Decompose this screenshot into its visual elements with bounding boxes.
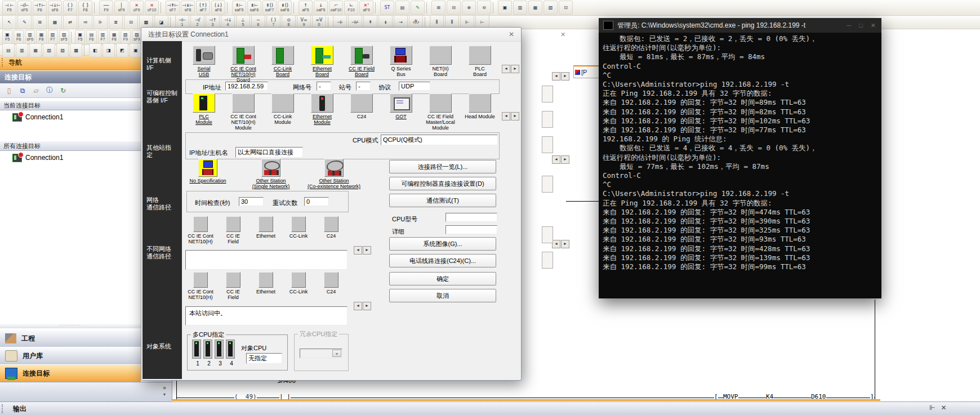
- toolbar-icon[interactable]: [375, 2, 378, 14]
- cmd-console[interactable]: 数据包: 已发送 = 2，已接收 = 2，丢失 = 0 (0% 丢失)，往返行程…: [599, 33, 881, 298]
- toolbar-icon[interactable]: ⊕: [462, 1, 476, 15]
- scroll-right-icon[interactable]: ►: [561, 155, 569, 164]
- scroll-left-icon[interactable]: ◄: [552, 155, 560, 164]
- toolbar-icon[interactable]: ⊣↡⊢ sF8: [181, 1, 195, 15]
- toolbar-icon[interactable]: ∟ F10: [344, 1, 358, 15]
- toolbar-icon[interactable]: [426, 2, 430, 14]
- toolbar-icon[interactable]: ◧: [89, 43, 101, 57]
- connection-item-all[interactable]: Connection1: [0, 152, 141, 163]
- scroll-left-icon[interactable]: ◄: [552, 72, 560, 81]
- toolbar-icon[interactable]: [227, 2, 230, 14]
- sidebar-item-user-library[interactable]: 用户库: [0, 347, 141, 365]
- toolbar-icon[interactable]: ⊣/⊢ sF5: [17, 1, 32, 15]
- panel-splitter[interactable]: ·········: [0, 323, 141, 328]
- toolbar-icon[interactable]: ▤ F6: [86, 30, 96, 44]
- toolbar-icon[interactable]: [493, 2, 496, 14]
- cmd-titlebar[interactable]: 管理员: C:\Windows\system32\cmd.exe - ping …: [599, 18, 881, 33]
- toolbar-icon[interactable]: ⇄: [63, 15, 77, 29]
- toolbar-icon[interactable]: [94, 2, 97, 14]
- panel-tool-icon[interactable]: ▱: [29, 84, 43, 97]
- network-module-option[interactable]: Ethernet: [250, 272, 282, 300]
- interface-option[interactable]: Serial USB: [184, 46, 224, 83]
- sidebar-item-project[interactable]: 工程: [0, 329, 141, 347]
- network-module-option[interactable]: Ethernet: [250, 216, 282, 244]
- scroll-left-icon[interactable]: ◄: [354, 302, 362, 310]
- station-no-field[interactable]: -: [356, 82, 371, 91]
- toolbar-icon[interactable]: ▤: [2, 43, 15, 57]
- network-module-option[interactable]: CC IE Field: [217, 216, 250, 244]
- panel-tool-icon[interactable]: ⧉: [16, 84, 29, 97]
- toolbar-icon[interactable]: ▧ F9: [121, 30, 131, 44]
- station-option[interactable]: Other Station (Co-existence Network): [302, 159, 366, 189]
- station-option[interactable]: Other Station (Single Network): [239, 159, 302, 189]
- toolbar-icon[interactable]: ▤ F6: [14, 30, 24, 44]
- toolbar-icon[interactable]: [328, 17, 331, 28]
- scroll-left-icon[interactable]: ◄: [354, 246, 362, 255]
- toolbar-icon[interactable]: ▣: [498, 1, 512, 15]
- toolbar-icon[interactable]: ⊣↑⊢ F6: [33, 1, 47, 15]
- network-module-option[interactable]: CC IE Field: [217, 272, 250, 300]
- interface-option[interactable]: Ethernet Board: [302, 46, 342, 83]
- scroll-right-icon[interactable]: ►: [561, 72, 569, 81]
- station-option[interactable]: No Specification: [176, 159, 239, 189]
- toolbar-icon[interactable]: ✕ cF9: [130, 1, 144, 15]
- toolbar-icon[interactable]: ✕ cF10: [145, 1, 159, 15]
- toolbar-icon[interactable]: [425, 17, 428, 28]
- scroll-right-icon[interactable]: ►: [511, 112, 519, 121]
- close-icon[interactable]: ✕: [871, 22, 876, 29]
- cancel-button[interactable]: 取消: [389, 289, 496, 302]
- panel-tool-icon[interactable]: ▯: [2, 84, 16, 97]
- hostname-field[interactable]: 以太网端口直接连接: [235, 147, 303, 158]
- network-module-option[interactable]: CC-Link: [282, 272, 315, 300]
- scroll-left-icon[interactable]: ◄: [502, 65, 510, 73]
- network-path-listbox[interactable]: [185, 250, 348, 270]
- toolbar-icon[interactable]: ▥: [16, 43, 28, 57]
- toolbar-icon[interactable]: ▩: [70, 43, 82, 57]
- protocol-field[interactable]: UDP: [399, 82, 430, 91]
- toolbar-icon[interactable]: ↓ caF5: [314, 1, 328, 15]
- toolbar-icon[interactable]: ⇞⊢ saF5: [232, 1, 246, 15]
- scroll-right-icon[interactable]: ►: [363, 302, 371, 310]
- toolbar-icon[interactable]: ▧: [43, 43, 55, 57]
- scroll-right-icon[interactable]: ►: [561, 240, 569, 248]
- connection-channel-list-button[interactable]: 连接路径一览(L)...: [389, 160, 496, 173]
- toolbar-icon[interactable]: ⊣↟⊢ sF7: [166, 1, 180, 15]
- cpu4-icon[interactable]: [226, 340, 235, 359]
- network-module-option[interactable]: C24: [315, 272, 348, 300]
- toolbar-icon[interactable]: [84, 44, 87, 56]
- dialog-close-icon[interactable]: ✕: [509, 30, 514, 38]
- sidebar-item-connection-destination[interactable]: 连接目标: [0, 364, 141, 382]
- toolbar-icon[interactable]: ▤: [395, 1, 409, 15]
- toolbar-icon[interactable]: ≣: [109, 15, 123, 29]
- minimize-icon[interactable]: ─: [847, 22, 851, 29]
- toolbar-icon[interactable]: ◩: [116, 43, 128, 57]
- toolbar-icon[interactable]: ≔: [78, 15, 92, 29]
- toolbar-icon[interactable]: [71, 32, 74, 43]
- interface-option[interactable]: PLC Module: [184, 93, 224, 131]
- toolbar-icon[interactable]: ▨ sF5: [59, 30, 69, 44]
- panel-tool-icon[interactable]: ⓘ: [43, 84, 56, 97]
- toolbar-icon[interactable]: { } F8: [78, 1, 92, 15]
- network-module-option[interactable]: CC-Link: [282, 216, 315, 244]
- toolbar-icon[interactable]: ▥ sF6: [25, 30, 35, 44]
- toolbar-icon[interactable]: ⊞: [33, 15, 47, 29]
- toolbar-icon[interactable]: ⌐ caF10: [329, 1, 343, 15]
- network-module-option[interactable]: C24: [315, 216, 348, 244]
- communication-test-button[interactable]: 通信测试(T): [389, 194, 496, 207]
- toolbar-icon[interactable]: ⊣↓⊢ sF6: [48, 1, 62, 15]
- toolbar-icon[interactable]: ▦: [528, 1, 542, 15]
- more-buttons-chevron[interactable]: » ▼: [159, 385, 170, 399]
- direct-connection-settings-button[interactable]: 可编程控制器直接连接设置(D): [389, 177, 496, 190]
- scroll-right-icon[interactable]: ►: [363, 246, 371, 255]
- toolbar-icon[interactable]: │ sF9: [114, 1, 128, 15]
- panel-tool-icon[interactable]: ↻: [56, 84, 70, 97]
- toolbar-icon[interactable]: ▧: [544, 1, 558, 15]
- toolbar-icon[interactable]: (↓) aF8: [211, 1, 225, 15]
- section-current-connection[interactable]: 当前连接目标: [0, 100, 141, 110]
- toolbar-icon[interactable]: ▦: [29, 43, 42, 57]
- system-image-button[interactable]: 系统图像(G)...: [389, 237, 496, 251]
- interface-option[interactable]: CC IE Cont NET/10(H) Module: [224, 93, 263, 131]
- toolbar-icon[interactable]: ◨: [103, 43, 115, 57]
- interface-option[interactable]: CC-Link Module: [263, 93, 302, 131]
- toolbar-icon[interactable]: [161, 2, 164, 14]
